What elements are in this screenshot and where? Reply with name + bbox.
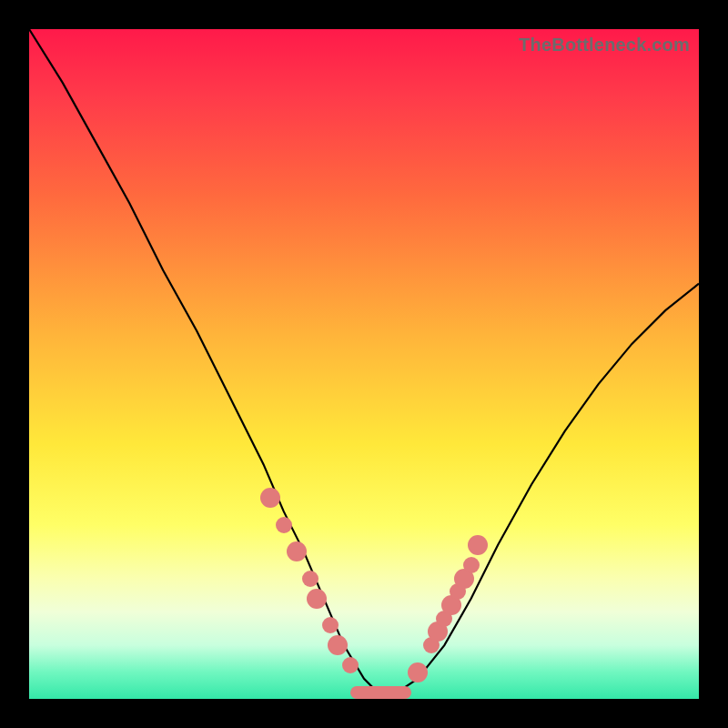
bottleneck-curve <box>29 29 699 699</box>
data-point <box>287 541 307 561</box>
data-point <box>463 557 480 573</box>
data-point <box>276 517 292 533</box>
data-point <box>468 535 488 555</box>
data-point <box>260 488 280 508</box>
data-point <box>328 635 348 655</box>
plot-area: TheBottleneck.com <box>29 29 699 699</box>
data-point <box>302 571 318 587</box>
data-point <box>307 589 327 609</box>
chart-frame: TheBottleneck.com <box>0 0 728 728</box>
data-point <box>342 657 359 673</box>
data-point <box>408 662 428 682</box>
curve-path <box>29 29 699 693</box>
data-point <box>322 617 339 633</box>
trough-band <box>350 686 410 699</box>
